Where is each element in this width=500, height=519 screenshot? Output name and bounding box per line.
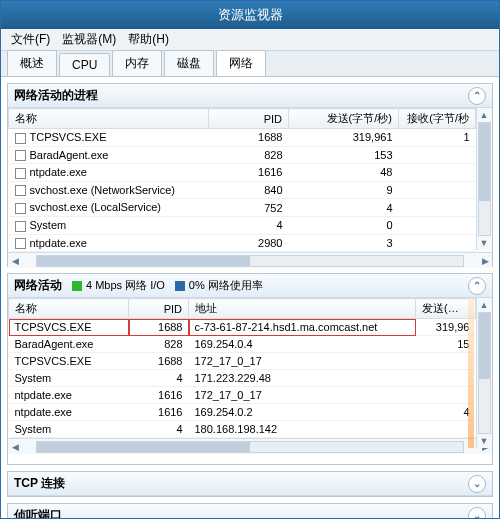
checkbox[interactable] bbox=[15, 133, 26, 144]
table-row[interactable]: svchost.exe (NetworkService)8409 bbox=[9, 181, 476, 199]
tab-overview[interactable]: 概述 bbox=[7, 50, 57, 76]
col-send[interactable]: 发送(字节 bbox=[416, 299, 476, 319]
collapse-icon[interactable]: ⌃ bbox=[468, 87, 486, 105]
cell-addr: 172_17_0_17 bbox=[189, 353, 416, 370]
col-name[interactable]: 名称 bbox=[9, 299, 129, 319]
col-pid[interactable]: PID bbox=[129, 299, 189, 319]
panel-header-processes[interactable]: 网络活动的进程 ⌃ bbox=[8, 84, 492, 108]
checkbox[interactable] bbox=[15, 185, 26, 196]
scroll-up-icon[interactable]: ▲ bbox=[477, 298, 491, 312]
cell-name: BaradAgent.exe bbox=[9, 146, 209, 164]
scroll-left-icon[interactable]: ◀ bbox=[8, 254, 22, 268]
table-row[interactable]: TCPSVCS.EXE1688c-73-61-87-214.hsd1.ma.co… bbox=[9, 319, 476, 336]
panel-tcp-connections: TCP 连接 ⌄ bbox=[7, 471, 493, 497]
menu-help[interactable]: 帮助(H) bbox=[124, 29, 173, 50]
cell-pid: 4 bbox=[129, 370, 189, 387]
panel-header-activity[interactable]: 网络活动 4 Mbps 网络 I/O 0% 网络使用率 ⌃ bbox=[8, 274, 492, 298]
legend-io: 4 Mbps 网络 I/O bbox=[72, 278, 165, 293]
checkbox[interactable] bbox=[15, 203, 26, 214]
menu-monitor[interactable]: 监视器(M) bbox=[58, 29, 120, 50]
tab-memory[interactable]: 内存 bbox=[112, 50, 162, 76]
panel-title: 网络活动 bbox=[14, 277, 62, 294]
cell-name: ntpdate.exe bbox=[9, 164, 209, 182]
cell-pid: 840 bbox=[209, 181, 289, 199]
cell-send bbox=[416, 353, 476, 370]
activity-table: 名称 PID 地址 发送(字节 TCPSVCS.EXE1688c-73-61-8… bbox=[8, 298, 476, 438]
vertical-scrollbar[interactable]: ▲ ▼ bbox=[476, 298, 492, 448]
legend-green-icon bbox=[72, 281, 82, 291]
cell-pid: 752 bbox=[209, 199, 289, 217]
checkbox[interactable] bbox=[15, 168, 26, 179]
cell-recv bbox=[399, 164, 476, 182]
col-addr[interactable]: 地址 bbox=[189, 299, 416, 319]
cell-name: System bbox=[9, 216, 209, 234]
horizontal-scrollbar[interactable]: ◀ ▶ bbox=[8, 252, 492, 268]
table-row[interactable]: BaradAgent.exe828169.254.0.415 bbox=[9, 336, 476, 353]
cell-recv bbox=[399, 199, 476, 217]
table-row[interactable]: svchost.exe (LocalService)7524 bbox=[9, 199, 476, 217]
checkbox[interactable] bbox=[15, 238, 26, 249]
table-row[interactable]: System4171.223.229.48 bbox=[9, 370, 476, 387]
tab-disk[interactable]: 磁盘 bbox=[164, 50, 214, 76]
cell-send: 15 bbox=[416, 336, 476, 353]
panel-listening-ports: 侦听端口 ⌄ bbox=[7, 503, 493, 519]
table-row[interactable]: ntpdate.exe29803 bbox=[9, 234, 476, 252]
menu-file[interactable]: 文件(F) bbox=[7, 29, 54, 50]
panel-header-ports[interactable]: 侦听端口 ⌄ bbox=[8, 504, 492, 519]
scroll-left-icon[interactable]: ◀ bbox=[8, 440, 22, 454]
menu-bar: 文件(F) 监视器(M) 帮助(H) bbox=[1, 29, 499, 51]
cell-pid: 828 bbox=[209, 146, 289, 164]
cell-name: TCPSVCS.EXE bbox=[9, 129, 209, 147]
tab-network[interactable]: 网络 bbox=[216, 50, 266, 76]
collapse-icon[interactable]: ⌃ bbox=[468, 277, 486, 295]
horizontal-scrollbar[interactable]: ◀ ▶ bbox=[8, 438, 492, 454]
vertical-scrollbar[interactable]: ▲ ▼ bbox=[476, 108, 492, 250]
cell-pid: 828 bbox=[129, 336, 189, 353]
table-row[interactable]: ntpdate.exe1616172_17_0_17 bbox=[9, 387, 476, 404]
panel-title: 侦听端口 bbox=[14, 507, 62, 519]
table-row[interactable]: ntpdate.exe1616169.254.0.24 bbox=[9, 404, 476, 421]
cell-send: 9 bbox=[289, 181, 399, 199]
cell-send bbox=[416, 387, 476, 404]
cell-pid: 2980 bbox=[209, 234, 289, 252]
expand-icon[interactable]: ⌄ bbox=[468, 507, 486, 520]
cell-send: 319,961 bbox=[289, 129, 399, 147]
mini-chart-strip bbox=[468, 298, 474, 448]
table-row[interactable]: System4180.168.198.142 bbox=[9, 421, 476, 438]
tab-strip: 概述 CPU 内存 磁盘 网络 bbox=[1, 51, 499, 77]
cell-send bbox=[416, 370, 476, 387]
scroll-right-icon[interactable]: ▶ bbox=[478, 254, 492, 268]
cell-send: 4 bbox=[416, 404, 476, 421]
legend-blue-icon bbox=[175, 281, 185, 291]
cell-pid: 4 bbox=[129, 421, 189, 438]
table-row[interactable]: TCPSVCS.EXE1688319,9611 bbox=[9, 129, 476, 147]
scroll-down-icon[interactable]: ▼ bbox=[477, 236, 491, 250]
table-header-row: 名称 PID 发送(字节/秒) 接收(字节/秒 bbox=[9, 109, 476, 129]
cell-pid: 1688 bbox=[129, 319, 189, 336]
expand-icon[interactable]: ⌄ bbox=[468, 475, 486, 493]
cell-pid: 1616 bbox=[209, 164, 289, 182]
cell-recv bbox=[399, 181, 476, 199]
cell-addr: 180.168.198.142 bbox=[189, 421, 416, 438]
table-row[interactable]: System40 bbox=[9, 216, 476, 234]
panel-header-tcp[interactable]: TCP 连接 ⌄ bbox=[8, 472, 492, 496]
cell-send: 153 bbox=[289, 146, 399, 164]
cell-addr: 169.254.0.4 bbox=[189, 336, 416, 353]
col-name[interactable]: 名称 bbox=[9, 109, 209, 129]
col-send[interactable]: 发送(字节/秒) bbox=[289, 109, 399, 129]
table-row[interactable]: ntpdate.exe161648 bbox=[9, 164, 476, 182]
scroll-up-icon[interactable]: ▲ bbox=[477, 108, 491, 122]
scroll-down-icon[interactable]: ▼ bbox=[477, 434, 491, 448]
table-row[interactable]: BaradAgent.exe828153 bbox=[9, 146, 476, 164]
table-row[interactable]: TCPSVCS.EXE1688172_17_0_17 bbox=[9, 353, 476, 370]
cell-send: 4 bbox=[289, 199, 399, 217]
checkbox[interactable] bbox=[15, 150, 26, 161]
cell-name: System bbox=[9, 370, 129, 387]
col-recv[interactable]: 接收(字节/秒 bbox=[399, 109, 476, 129]
checkbox[interactable] bbox=[15, 221, 26, 232]
tab-cpu[interactable]: CPU bbox=[59, 53, 110, 76]
cell-pid: 1616 bbox=[129, 404, 189, 421]
col-pid[interactable]: PID bbox=[209, 109, 289, 129]
panel-network-activity: 网络活动 4 Mbps 网络 I/O 0% 网络使用率 ⌃ 名称 PID bbox=[7, 273, 493, 465]
cell-pid: 4 bbox=[209, 216, 289, 234]
